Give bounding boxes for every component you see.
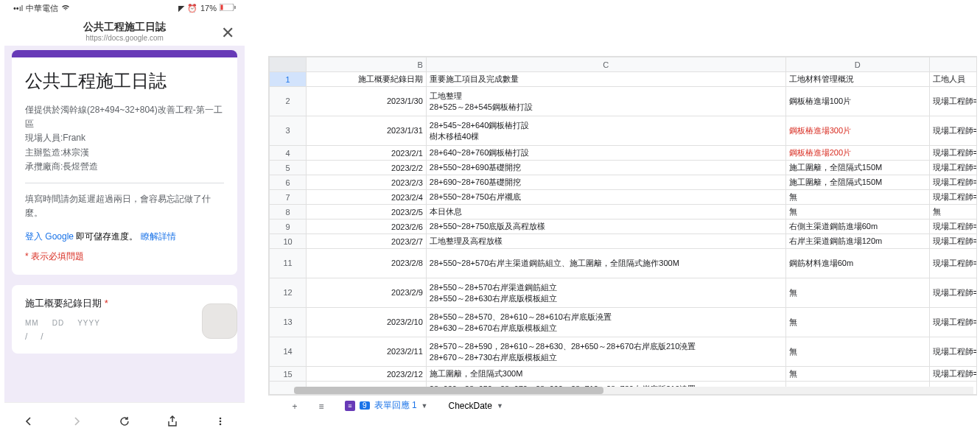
table-row[interactable]: 152023/2/12施工圍籬，全阻隔式300M無現場工程師=1、普通工=3無 [270,367,977,382]
col-header-B[interactable]: B [307,57,427,72]
cell[interactable]: 現場工程師=1、模板工=4、普通工=2 [929,337,976,367]
cell[interactable]: 無 [785,278,929,308]
all-sheets-button[interactable]: ≡ [312,398,330,415]
cell[interactable]: 28+550~28+570右岸主渠道鋼筋組立、施工圍籬，全阻隔式施作300M [426,249,785,278]
cell[interactable]: 2023/1/30 [307,87,427,116]
col-header-C[interactable]: C [426,57,785,72]
forward-button[interactable] [68,412,85,430]
cell[interactable]: 28+550～28+570右岸渠道鋼筋組立28+550～28+630右岸底版模板… [426,278,785,308]
cell[interactable]: 2023/1/31 [307,116,427,146]
cell[interactable]: 2023/2/11 [307,337,427,367]
table-row[interactable]: 122023/2/928+550～28+570右岸渠道鋼筋組立28+550～28… [270,278,977,308]
row-number[interactable]: 5 [270,161,307,175]
cell[interactable]: 施工圍籬，全阻隔式150M [785,161,929,175]
row-number[interactable]: 12 [270,278,307,308]
table-row[interactable]: 52023/2/228+550~28+690基礎開挖施工圍籬，全阻隔式150M現… [270,161,977,175]
cell[interactable]: 2023/2/3 [307,175,427,190]
row-number[interactable]: 3 [270,116,307,146]
cell[interactable]: 現場工程師=1、普通工=3 [929,190,976,205]
screen-record-button[interactable] [202,303,237,339]
cell[interactable]: 鋼筋材料進場60m [785,249,929,278]
cell[interactable]: 2023/2/5 [307,205,427,220]
table-row[interactable]: 22023/1/30工地整理28+525～28+545鋼板樁打設鋼板樁進場100… [270,87,977,116]
cell[interactable]: 工地人員 [929,72,976,87]
cell[interactable]: 工地整理28+525～28+545鋼板樁打設 [426,87,785,116]
cell[interactable]: 右岸主渠道鋼筋進場120m [785,234,929,249]
row-number[interactable]: 6 [270,175,307,190]
date-input-row[interactable]: / / [25,331,224,342]
cell[interactable]: 2023/2/8 [307,249,427,278]
table-row[interactable]: 72023/2/428+550~28+750右岸襯底無現場工程師=1、普通工=3… [270,190,977,205]
cell[interactable]: 重要施工項目及完成數量 [426,72,785,87]
cell[interactable]: 現場工程師=1、普通工=3、機械操作工=4 [929,146,976,161]
cell[interactable]: 施工概要紀錄日期 [307,72,427,87]
cell[interactable]: 28+550~28+750右岸襯底 [426,190,785,205]
back-button[interactable] [20,412,38,430]
cell[interactable]: 工地整理及高程放樣 [426,234,785,249]
share-button[interactable] [164,412,181,430]
cell[interactable]: 2023/2/10 [307,308,427,337]
chevron-down-icon[interactable]: ▼ [497,402,503,410]
grid[interactable]: B C D E F 1施工概要紀錄日期重要施工項目及完成數量工地材料管理概況工地… [269,57,976,394]
browser-url-bar[interactable]: 公共工程施工日誌 https://docs.google.com ✕ [4,16,245,46]
cell[interactable]: 無 [929,205,976,220]
cell[interactable]: 2023/2/12 [307,367,427,382]
cell[interactable]: 無 [785,308,929,337]
cell[interactable]: 28+690~28+760基礎開挖 [426,175,785,190]
table-row[interactable]: 142023/2/1128+570～28+590，28+610～28+630、2… [270,337,977,367]
cell[interactable]: 施工圍籬，全阻隔式150M [785,175,929,190]
spreadsheet[interactable]: B C D E F 1施工概要紀錄日期重要施工項目及完成數量工地材料管理概況工地… [268,56,977,395]
cell[interactable]: 2023/2/7 [307,234,427,249]
cell[interactable]: 無 [785,190,929,205]
table-row[interactable]: 92023/2/628+550~28+750底版及高程放樣右側主渠道鋼筋進場60… [270,220,977,234]
cell[interactable]: 2023/2/9 [307,278,427,308]
cell[interactable]: 無 [785,337,929,367]
cell[interactable]: 現場工程師=1、普通工=3、機械操作工=2 [929,175,976,190]
cell[interactable]: 現場工程師=1、普通工=3、機械操作工=2 [929,161,976,175]
row-number[interactable]: 10 [270,234,307,249]
row-number[interactable]: 8 [270,205,307,220]
col-header-E[interactable]: E [929,57,976,72]
cell[interactable]: 鋼板樁進場300片 [785,116,929,146]
row-number[interactable]: 2 [270,87,307,116]
cell[interactable]: 28+550~28+690基礎開挖 [426,161,785,175]
cell[interactable]: 無 [785,205,929,220]
cell[interactable]: 現場工程師=1、鋼筋工=6、普通工=2 [929,249,976,278]
cell[interactable]: 28+640~28+760鋼板樁打設 [426,146,785,161]
sheet-tab-checkdate[interactable]: CheckDate ▼ [443,397,509,416]
row-number[interactable]: 9 [270,220,307,234]
table-row[interactable]: 82023/2/5本日休息無無無 [270,205,977,220]
reload-button[interactable] [116,412,133,430]
row-number[interactable]: 15 [270,367,307,382]
table-row[interactable]: 132023/2/1028+550～28+570、28+610～28+610右岸… [270,308,977,337]
row-number[interactable]: 1 [270,72,307,87]
select-all-cell[interactable] [270,57,307,72]
cell[interactable]: 工地材料管理概況 [785,72,929,87]
table-row[interactable]: 32023/1/3128+545~28+640鋼板樁打設樹木移植40棵鋼板樁進場… [270,116,977,146]
cell[interactable]: 現場工程師=1、普通工=3、機械操作工=1 [929,116,976,146]
table-row[interactable]: 102023/2/7工地整理及高程放樣右岸主渠道鋼筋進場120m現場工程師=1、… [270,234,977,249]
table-row[interactable]: 42023/2/128+640~28+760鋼板樁打設鋼板樁進場200片現場工程… [270,146,977,161]
col-header-D[interactable]: D [785,57,929,72]
learn-more-link[interactable]: 瞭解詳情 [141,231,176,242]
horizontal-scrollbar[interactable] [294,387,973,394]
row-number[interactable]: 11 [270,249,307,278]
cell[interactable]: 28+545~28+640鋼板樁打設樹木移植40棵 [426,116,785,146]
cell[interactable]: 現場工程師=1、普通工=2 [929,234,976,249]
add-sheet-button[interactable]: + [286,398,304,415]
row-number[interactable]: 4 [270,146,307,161]
cell[interactable]: 28+550～28+570、28+610～28+610右岸底版澆置28+630～… [426,308,785,337]
chevron-down-icon[interactable]: ▼ [421,402,428,410]
cell[interactable]: 2023/2/4 [307,190,427,205]
table-row[interactable]: 62023/2/328+690~28+760基礎開挖施工圍籬，全阻隔式150M現… [270,175,977,190]
table-row[interactable]: 1施工概要紀錄日期重要施工項目及完成數量工地材料管理概況工地人員機具管理 [270,72,977,87]
cell[interactable]: 現場工程師=1、普通工=3、機械操作工=1 [929,87,976,116]
cell[interactable]: 現場工程師=1、普通工=3、機械操作工=1 [929,220,976,234]
cell[interactable]: 現場工程師=1、模板工=4、普通工=2 [929,308,976,337]
cell[interactable]: 右側主渠道鋼筋進場60m [785,220,929,234]
cell[interactable]: 現場工程師=1、普通工=3 [929,367,976,382]
cell[interactable]: 無 [785,367,929,382]
more-button[interactable] [211,412,229,430]
signin-link[interactable]: 登入 Google [25,231,74,242]
cell[interactable]: 2023/2/6 [307,220,427,234]
